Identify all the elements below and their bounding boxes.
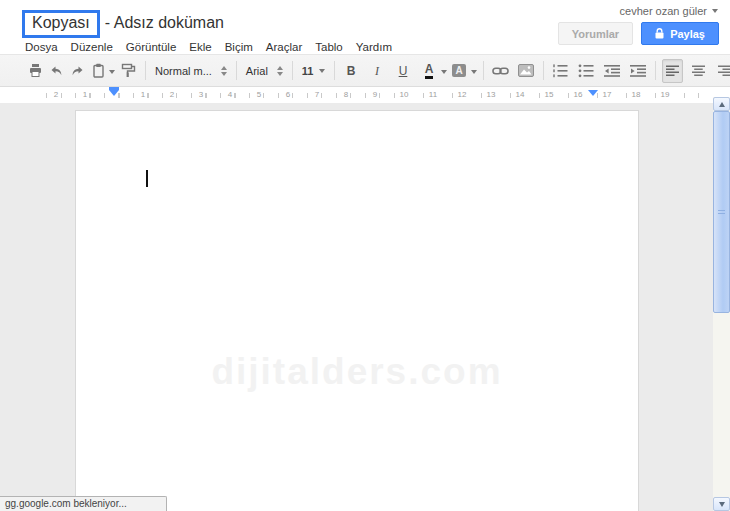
- document-canvas: dijitalders.com: [0, 103, 713, 511]
- text-color-dropdown-icon[interactable]: [441, 70, 447, 77]
- align-center-icon[interactable]: [688, 59, 709, 83]
- ruler-number: 2: [168, 90, 176, 100]
- chevron-down-icon: [319, 69, 325, 76]
- toolbar-separator: [655, 61, 656, 80]
- ruler-number: 5: [255, 90, 263, 100]
- paragraph-style-value: Normal m...: [155, 65, 212, 77]
- ruler-number: 7: [313, 90, 321, 100]
- paragraph-style-select[interactable]: Normal m...: [152, 65, 230, 77]
- font-family-value: Arial: [246, 65, 268, 77]
- left-indent-marker[interactable]: [109, 90, 119, 96]
- ruler-number: 18: [630, 90, 643, 100]
- chevron-down-icon: [712, 9, 718, 16]
- text-cursor: [146, 170, 148, 187]
- ruler-number: 17: [601, 90, 614, 100]
- toolbar-separator: [236, 61, 237, 80]
- decrease-indent-icon[interactable]: [602, 59, 623, 83]
- share-button-label: Paylaş: [670, 28, 705, 40]
- ruler-number: 12: [456, 90, 469, 100]
- ruler-number: 19: [659, 90, 672, 100]
- document-page[interactable]: dijitalders.com: [75, 110, 639, 511]
- vertical-scrollbar[interactable]: [713, 97, 730, 511]
- account-menu[interactable]: cevher ozan güler: [620, 5, 718, 17]
- text-color-button[interactable]: A: [419, 59, 440, 83]
- bold-button[interactable]: B: [341, 59, 362, 83]
- updown-icon: [277, 66, 283, 76]
- menu-item-ekle[interactable]: Ekle: [189, 41, 211, 53]
- menu-item-tablo[interactable]: Tablo: [315, 41, 343, 53]
- font-size-value: 11: [302, 65, 314, 77]
- arrow-up-icon: [719, 102, 725, 107]
- ruler-number: 16: [572, 90, 585, 100]
- ruler: 2112345678910111213141516171819: [0, 87, 713, 103]
- document-title-row: Kopyası - Adsız doküman: [22, 10, 224, 38]
- ruler-number: 2: [52, 90, 60, 100]
- browser-status-popup: gg.google.com bekleniyor...: [0, 496, 167, 511]
- ruler-number: 14: [514, 90, 527, 100]
- menu-item-dosya[interactable]: Dosya: [25, 41, 58, 53]
- arrow-down-icon: [719, 502, 725, 507]
- account-name: cevher ozan güler: [620, 5, 707, 17]
- align-left-icon[interactable]: [662, 59, 683, 83]
- toolbar-separator: [543, 61, 544, 80]
- print-icon[interactable]: [25, 59, 46, 83]
- ruler-number: 3: [197, 90, 205, 100]
- ruler-number: 1: [139, 90, 147, 100]
- underline-button[interactable]: U: [393, 59, 414, 83]
- menu-bar: DosyaDüzenleGörüntüleEkleBiçimAraçlarTab…: [25, 41, 392, 53]
- undo-icon[interactable]: [46, 59, 67, 83]
- ruler-number: 13: [485, 90, 498, 100]
- comments-button[interactable]: Yorumlar: [558, 22, 633, 45]
- font-size-select[interactable]: 11: [299, 65, 328, 77]
- toolbar: Normal m... Arial 11 B I U A A: [0, 54, 730, 87]
- document-title-highlighted[interactable]: Kopyası: [22, 10, 100, 38]
- ruler-number: 8: [342, 90, 350, 100]
- insert-link-icon[interactable]: [490, 59, 511, 83]
- ruler-number: 4: [226, 90, 234, 100]
- header-actions: Yorumlar Paylaş: [558, 22, 719, 45]
- paste-dropdown-icon[interactable]: [109, 70, 115, 77]
- document-title[interactable]: - Adsız doküman: [105, 14, 224, 34]
- ruler-number: 9: [371, 90, 379, 100]
- right-indent-marker[interactable]: [588, 90, 598, 96]
- numbered-list-icon[interactable]: [550, 59, 571, 83]
- lock-icon: [655, 28, 664, 39]
- menu-item-düzenle[interactable]: Düzenle: [71, 41, 113, 53]
- ruler-number: 6: [284, 90, 292, 100]
- ruler-number: 10: [398, 90, 411, 100]
- toolbar-separator: [334, 61, 335, 80]
- highlight-color-button[interactable]: A: [449, 59, 470, 83]
- menu-item-yardım[interactable]: Yardım: [356, 41, 392, 53]
- share-button[interactable]: Paylaş: [641, 22, 719, 45]
- italic-button[interactable]: I: [367, 59, 388, 83]
- ruler-number: 11: [427, 90, 439, 100]
- align-right-icon[interactable]: [714, 59, 730, 83]
- toolbar-separator: [483, 61, 484, 80]
- font-family-select[interactable]: Arial: [243, 65, 286, 77]
- bulleted-list-icon[interactable]: [576, 59, 597, 83]
- increase-indent-icon[interactable]: [628, 59, 649, 83]
- redo-icon[interactable]: [67, 59, 88, 83]
- highlight-dropdown-icon[interactable]: [471, 70, 477, 77]
- toolbar-separator: [145, 61, 146, 80]
- paint-format-icon[interactable]: [118, 59, 139, 83]
- menu-item-araçlar[interactable]: Araçlar: [266, 41, 302, 53]
- title-highlight-text: Kopyası: [32, 14, 90, 31]
- scroll-down-button[interactable]: [713, 497, 730, 511]
- scrollbar-thumb[interactable]: [713, 111, 730, 313]
- menu-item-görüntüle[interactable]: Görüntüle: [126, 41, 177, 53]
- scroll-up-button[interactable]: [713, 97, 730, 111]
- paste-icon[interactable]: [88, 59, 109, 83]
- updown-icon: [221, 66, 227, 76]
- ruler-number: 1: [81, 90, 89, 100]
- ruler-number: 15: [543, 90, 556, 100]
- menu-item-biçim[interactable]: Biçim: [225, 41, 253, 53]
- watermark: dijitalders.com: [76, 351, 638, 393]
- google-docs-window: cevher ozan güler Kopyası - Adsız doküma…: [0, 0, 730, 511]
- toolbar-separator: [292, 61, 293, 80]
- insert-image-icon[interactable]: [516, 59, 537, 83]
